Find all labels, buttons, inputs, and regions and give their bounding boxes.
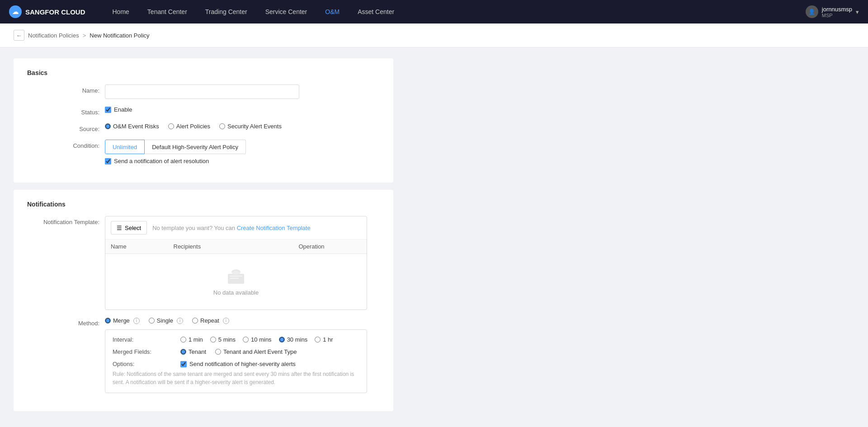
status-enable-label: Enable — [114, 106, 132, 113]
select-btn-label: Select — [125, 225, 141, 231]
notifications-section: Notifications Notification Template: ☰ S… — [14, 190, 393, 411]
nav-trading-center[interactable]: Trading Center — [196, 0, 256, 23]
interval-10mins[interactable]: 10 mins — [243, 336, 272, 343]
method-merge[interactable]: Merge i — [105, 317, 140, 324]
nav-service-center[interactable]: Service Center — [256, 0, 316, 23]
merged-tenant-label: Tenant — [189, 348, 206, 355]
condition-policy-btn[interactable]: Default High-Severity Alert Policy — [145, 140, 246, 154]
condition-buttons: Unlimited Default High-Severity Alert Po… — [105, 140, 380, 154]
repeat-info-icon[interactable]: i — [223, 318, 229, 324]
nav-tenant-center[interactable]: Tenant Center — [138, 0, 196, 23]
status-checkbox-input[interactable] — [105, 107, 111, 113]
no-data-icon — [225, 267, 247, 286]
template-row: Notification Template: ☰ Select No templ… — [27, 216, 380, 310]
method-repeat-label: Repeat — [200, 317, 219, 324]
svg-rect-1 — [230, 276, 242, 277]
higher-severity-label: Send notification of higher-severity ale… — [189, 361, 296, 367]
create-template-link[interactable]: Create Notification Template — [237, 225, 311, 231]
back-button[interactable]: ← — [14, 30, 24, 41]
name-input[interactable] — [105, 84, 299, 99]
source-label: Source: — [27, 123, 99, 132]
method-detail-area: Interval: 1 min 5 mins — [105, 329, 367, 393]
status-row: Status: Enable — [27, 106, 380, 116]
source-radio-group: O&M Event Risks Alert Policies Security … — [105, 123, 380, 130]
method-control: Merge i Single i Repeat i — [105, 317, 380, 393]
status-label: Status: — [27, 106, 99, 116]
interval-1hr[interactable]: 1 hr — [315, 336, 333, 343]
method-repeat[interactable]: Repeat i — [192, 317, 229, 324]
condition-control: Unlimited Default High-Severity Alert Po… — [105, 140, 380, 164]
list-icon: ☰ — [117, 225, 122, 231]
avatar: 👤 — [806, 5, 818, 18]
source-control: O&M Event Risks Alert Policies Security … — [105, 123, 380, 130]
template-label: Notification Template: — [27, 216, 99, 225]
merged-fields-label: Merged Fields: — [113, 348, 162, 355]
merged-tenant-alert[interactable]: Tenant and Alert Event Type — [215, 348, 297, 355]
name-row: Name: — [27, 84, 380, 99]
main-nav: Home Tenant Center Trading Center Servic… — [104, 0, 806, 23]
breadcrumb: ← Notification Policies > New Notificati… — [0, 23, 868, 47]
interval-row: Interval: 1 min 5 mins — [113, 336, 359, 343]
source-security-alert-events[interactable]: Security Alert Events — [219, 123, 282, 130]
nav-home[interactable]: Home — [104, 0, 138, 23]
name-field-container — [105, 84, 380, 99]
main-content: Basics Name: Status: Enable — [0, 47, 407, 427]
source-om-label: O&M Event Risks — [113, 123, 159, 130]
higher-severity-input[interactable] — [180, 361, 187, 367]
source-alert-policies[interactable]: Alert Policies — [168, 123, 210, 130]
interval-1hr-label: 1 hr — [323, 336, 333, 343]
merged-tenant[interactable]: Tenant — [180, 348, 206, 355]
source-om-event-risks[interactable]: O&M Event Risks — [105, 123, 159, 130]
svg-point-4 — [233, 271, 234, 272]
interval-30mins[interactable]: 30 mins — [279, 336, 308, 343]
template-header: ☰ Select No template you want? You can C… — [105, 216, 367, 239]
rule-text: Rule: Notifications of the same tenant a… — [113, 370, 359, 386]
interval-label: Interval: — [113, 336, 162, 343]
basics-title: Basics — [27, 69, 380, 76]
col-name: Name — [111, 243, 174, 250]
method-single-label: Single — [157, 317, 173, 324]
higher-severity-checkbox[interactable]: Send notification of higher-severity ale… — [180, 361, 296, 367]
method-merge-label: Merge — [113, 317, 130, 324]
interval-5mins-label: 5 mins — [218, 336, 236, 343]
merge-info-icon[interactable]: i — [133, 318, 140, 324]
interval-30mins-label: 30 mins — [287, 336, 308, 343]
single-info-icon[interactable]: i — [177, 318, 183, 324]
select-template-button[interactable]: ☰ Select — [111, 221, 147, 235]
logo: ☁ SANGFOR CLOUD — [9, 5, 85, 18]
user-info: jornnusmsp MSP — [822, 6, 852, 18]
merged-fields-options: Tenant Tenant and Alert Event Type — [180, 348, 297, 355]
breadcrumb-parent[interactable]: Notification Policies — [28, 32, 79, 39]
user-dropdown-icon[interactable]: ▾ — [856, 9, 859, 15]
interval-options: 1 min 5 mins 10 mins — [180, 336, 333, 343]
source-security-label: Security Alert Events — [227, 123, 282, 130]
method-radio-group: Merge i Single i Repeat i — [105, 317, 380, 324]
svg-rect-2 — [230, 278, 239, 279]
merged-fields-row: Merged Fields: Tenant Tenant and Alert E… — [113, 348, 359, 355]
condition-unlimited-btn[interactable]: Unlimited — [105, 140, 145, 154]
send-notification-checkbox[interactable]: Send a notification of alert resolution — [105, 158, 380, 164]
options-row: Options: Send notification of higher-sev… — [113, 361, 359, 367]
interval-1min[interactable]: 1 min — [180, 336, 203, 343]
top-navigation: ☁ SANGFOR CLOUD Home Tenant Center Tradi… — [0, 0, 868, 23]
merged-tenant-alert-label: Tenant and Alert Event Type — [223, 348, 297, 355]
user-area[interactable]: 👤 jornnusmsp MSP ▾ — [806, 5, 859, 18]
nav-om[interactable]: O&M — [316, 0, 349, 23]
svg-point-5 — [238, 271, 240, 272]
logo-text: SANGFOR CLOUD — [25, 8, 85, 16]
source-alert-label: Alert Policies — [176, 123, 210, 130]
logo-icon: ☁ — [9, 5, 22, 18]
send-notification-label: Send a notification of alert resolution — [114, 158, 209, 164]
interval-1min-label: 1 min — [189, 336, 203, 343]
no-data-text: No data available — [213, 289, 259, 296]
method-single[interactable]: Single i — [149, 317, 183, 324]
breadcrumb-current: New Notification Policy — [90, 32, 149, 39]
template-area: ☰ Select No template you want? You can C… — [105, 216, 367, 310]
interval-5mins[interactable]: 5 mins — [210, 336, 236, 343]
table-header: Name Recipients Operation — [105, 239, 367, 254]
nav-asset-center[interactable]: Asset Center — [349, 0, 403, 23]
status-control: Enable — [105, 106, 380, 113]
status-enable-checkbox[interactable]: Enable — [105, 106, 380, 113]
method-row: Method: Merge i Single i — [27, 317, 380, 393]
send-notification-input[interactable] — [105, 158, 111, 164]
